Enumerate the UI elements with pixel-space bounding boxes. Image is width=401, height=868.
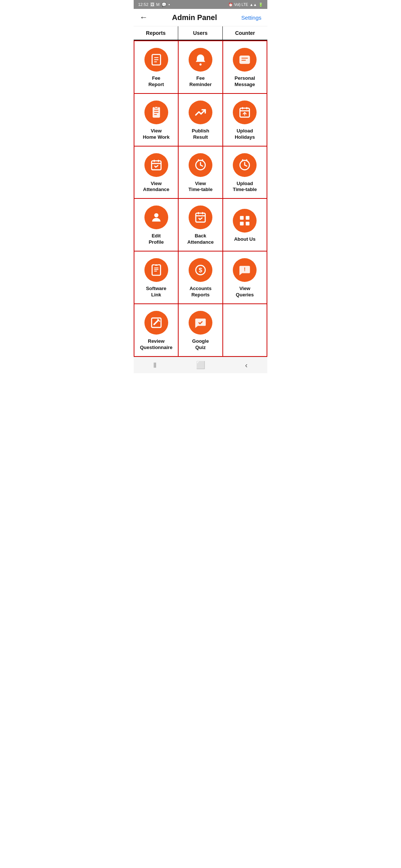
nav-bar: ⦀ ⬜ ‹ — [134, 357, 267, 373]
svg-point-4 — [199, 63, 202, 66]
publish-result-label: PublishResult — [192, 128, 209, 141]
status-right: ⏰ Vol) LTE ▲▲ 🔋 — [228, 3, 263, 7]
signal-icon: ▲▲ — [250, 3, 257, 7]
fee-reminder-button[interactable]: FeeReminder — [179, 41, 223, 94]
software-link-label: SoftwareLink — [146, 286, 166, 298]
admin-grid: FeeReport FeeReminder PersonalMessage — [134, 40, 267, 357]
google-quiz-label: GoogleQuiz — [192, 338, 209, 351]
view-attendance-label: ViewAttendance — [143, 181, 169, 193]
view-queries-button[interactable]: ! ViewQueries — [223, 251, 267, 304]
fee-report-icon — [144, 48, 168, 72]
page-title: Admin Panel — [172, 13, 217, 22]
alarm-icon: ⏰ — [228, 3, 233, 7]
view-attendance-button[interactable]: ViewAttendance — [134, 147, 179, 199]
upload-holidays-label: UploadHolidays — [235, 128, 255, 141]
header: ← Admin Panel Settings — [134, 9, 267, 26]
svg-rect-37 — [240, 216, 244, 220]
fee-report-label: FeeReport — [149, 75, 164, 88]
view-homework-button[interactable]: ViewHome Work — [134, 94, 179, 147]
tab-users[interactable]: Users — [178, 26, 223, 40]
svg-rect-41 — [152, 265, 160, 275]
review-questionnaire-button[interactable]: ReviewQuestionnaire — [134, 304, 179, 357]
dot-icon: • — [169, 2, 170, 7]
view-queries-label: ViewQueries — [236, 286, 254, 298]
upload-timetable-label: UploadTime-table — [233, 181, 257, 193]
volte-lte-icon: Vol) LTE — [234, 3, 248, 7]
svg-line-29 — [245, 165, 247, 166]
publish-result-button[interactable]: PublishResult — [179, 94, 223, 147]
back-attendance-icon — [189, 206, 212, 229]
software-link-button[interactable]: SoftwareLink — [134, 251, 179, 304]
accounts-reports-button[interactable]: $ AccountsReports — [179, 251, 223, 304]
edit-profile-label: EditProfile — [149, 233, 163, 246]
accounts-reports-label: AccountsReports — [189, 286, 211, 298]
svg-rect-18 — [151, 161, 161, 170]
review-questionnaire-icon — [144, 311, 168, 335]
nav-menu-button[interactable]: ⦀ — [153, 361, 156, 369]
gmail-icon: M — [156, 2, 160, 7]
personal-message-button[interactable]: PersonalMessage — [223, 41, 267, 94]
fee-reminder-label: FeeReminder — [189, 75, 212, 88]
svg-point-32 — [154, 213, 158, 217]
google-quiz-button[interactable]: GoogleQuiz — [179, 304, 223, 357]
view-homework-label: ViewHome Work — [143, 128, 170, 141]
svg-rect-38 — [246, 216, 250, 220]
svg-line-24 — [200, 165, 203, 166]
upload-holidays-button[interactable]: UploadHolidays — [223, 94, 267, 147]
chat-icon: 💬 — [162, 2, 167, 7]
nav-back-button[interactable]: ‹ — [245, 361, 248, 369]
personal-message-label: PersonalMessage — [235, 75, 255, 88]
upload-timetable-icon — [233, 153, 257, 177]
settings-button[interactable]: Settings — [241, 14, 261, 21]
fee-report-button[interactable]: FeeReport — [134, 41, 179, 94]
empty-cell — [223, 304, 267, 357]
svg-rect-12 — [154, 106, 158, 108]
upload-holidays-icon — [233, 101, 257, 124]
svg-rect-33 — [196, 213, 205, 222]
svg-text:$: $ — [199, 267, 202, 274]
view-timetable-label: ViewTime-table — [189, 181, 213, 193]
tab-reports[interactable]: Reports — [134, 26, 178, 40]
svg-rect-40 — [246, 222, 250, 226]
tab-counter[interactable]: Counter — [223, 26, 267, 40]
back-attendance-button[interactable]: BackAttendance — [179, 199, 223, 251]
tab-row: Reports Users Counter — [134, 26, 267, 40]
svg-rect-39 — [240, 222, 244, 226]
status-left: 12:52 🖼 M 💬 • — [138, 2, 170, 7]
svg-rect-45 — [154, 264, 158, 266]
about-us-button[interactable]: About Us — [223, 199, 267, 251]
software-link-icon — [144, 258, 168, 282]
about-us-icon — [233, 209, 257, 233]
view-timetable-button[interactable]: ViewTime-table — [179, 147, 223, 199]
svg-text:!: ! — [244, 266, 246, 272]
google-quiz-icon — [189, 311, 212, 335]
time: 12:52 — [138, 2, 149, 7]
personal-message-icon — [233, 48, 257, 72]
view-homework-icon — [144, 101, 168, 124]
edit-profile-button[interactable]: EditProfile — [134, 199, 179, 251]
edit-profile-icon — [144, 206, 168, 229]
back-attendance-label: BackAttendance — [188, 233, 214, 246]
image-icon: 🖼 — [150, 2, 154, 7]
publish-result-icon — [189, 101, 212, 124]
view-timetable-icon — [189, 153, 212, 177]
svg-rect-5 — [239, 56, 250, 64]
fee-reminder-icon — [189, 48, 212, 72]
nav-home-button[interactable]: ⬜ — [196, 361, 205, 369]
view-queries-icon: ! — [233, 258, 257, 282]
status-bar: 12:52 🖼 M 💬 • ⏰ Vol) LTE ▲▲ 🔋 — [134, 0, 267, 9]
back-button[interactable]: ← — [140, 13, 148, 22]
accounts-reports-icon: $ — [189, 258, 212, 282]
about-us-label: About Us — [234, 236, 255, 243]
review-questionnaire-label: ReviewQuestionnaire — [140, 338, 172, 351]
view-attendance-icon — [144, 153, 168, 177]
battery-icon: 🔋 — [258, 3, 263, 7]
upload-timetable-button[interactable]: UploadTime-table — [223, 147, 267, 199]
